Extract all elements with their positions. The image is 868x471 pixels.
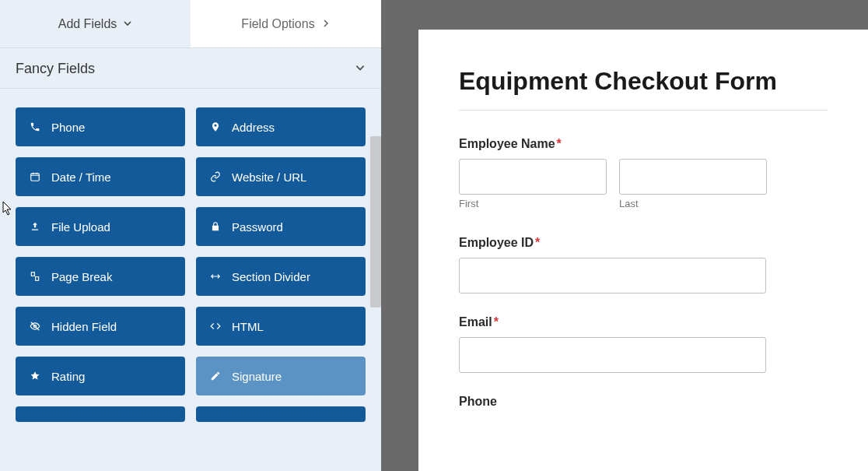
field-label: File Upload	[51, 220, 110, 234]
field-extra-1[interactable]	[16, 406, 185, 422]
field-label: Date / Time	[51, 170, 111, 184]
required-asterisk: *	[494, 315, 499, 329]
location-pin-icon	[208, 121, 222, 132]
section-title: Fancy Fields	[16, 61, 95, 77]
field-datetime[interactable]: Date / Time	[16, 157, 185, 196]
field-label: HTML	[232, 320, 264, 333]
tab-label: Field Options	[241, 17, 314, 31]
sidebar-scrollbar[interactable]	[370, 136, 381, 308]
field-html[interactable]: HTML	[196, 307, 366, 346]
field-password[interactable]: Password	[196, 207, 366, 246]
field-extra-2[interactable]	[196, 406, 366, 422]
field-label: Section Divider	[232, 270, 310, 283]
fields-grid: Phone Address Date / Time Website / URL …	[0, 107, 381, 422]
field-label: Signature	[232, 370, 282, 383]
field-label: Password	[232, 220, 283, 234]
employee-id-input[interactable]	[459, 258, 766, 293]
tab-field-options[interactable]: Field Options	[191, 0, 381, 47]
form-title: Equipment Checkout Form	[459, 67, 828, 96]
last-name-input[interactable]	[619, 159, 767, 195]
field-pagebreak[interactable]: Page Break	[16, 257, 185, 296]
first-name-col: First	[459, 159, 607, 209]
form-divider	[459, 110, 828, 111]
field-label: Page Break	[51, 270, 112, 283]
lock-icon	[208, 221, 222, 232]
label-employee-id: Employee ID*	[459, 236, 828, 250]
label-text: Employee Name	[459, 137, 555, 150]
first-name-input[interactable]	[459, 159, 607, 195]
field-label: Website / URL	[232, 170, 306, 184]
svg-rect-1	[31, 272, 34, 276]
label-text: Email	[459, 315, 492, 329]
phone-icon	[28, 121, 42, 132]
last-name-col: Last	[619, 159, 767, 209]
tab-label: Add Fields	[58, 17, 117, 31]
field-employee-id[interactable]: Employee ID*	[459, 236, 828, 293]
upload-icon	[28, 221, 42, 232]
email-input[interactable]	[459, 337, 766, 373]
field-label: Hidden Field	[51, 320, 117, 333]
field-employee-name[interactable]: Employee Name* First Last	[459, 137, 828, 209]
field-label: Rating	[51, 370, 85, 383]
label-text: Employee ID	[459, 236, 534, 249]
builder-sidebar: Add Fields Field Options Fancy Fields Ph…	[0, 0, 381, 471]
calendar-icon	[28, 171, 42, 182]
chevron-down-icon	[355, 62, 366, 76]
pencil-icon	[208, 371, 222, 381]
code-icon	[208, 321, 222, 332]
field-email[interactable]: Email*	[459, 315, 828, 373]
field-signature[interactable]: Signature	[196, 357, 366, 395]
label-text: Phone	[459, 395, 497, 408]
eye-slash-icon	[28, 321, 42, 332]
required-asterisk: *	[557, 137, 562, 150]
link-icon	[208, 171, 222, 182]
last-name-sublabel: Last	[619, 198, 767, 209]
label-email: Email*	[459, 315, 828, 329]
chevron-down-icon	[123, 17, 132, 31]
field-address[interactable]: Address	[196, 107, 366, 146]
field-rating[interactable]: Rating	[16, 357, 185, 395]
svg-rect-2	[36, 277, 39, 281]
divider-icon	[208, 271, 222, 282]
section-header-fancy-fields[interactable]: Fancy Fields	[0, 48, 381, 89]
field-label: Phone	[51, 121, 85, 134]
tab-add-fields[interactable]: Add Fields	[0, 0, 191, 47]
chevron-right-icon	[321, 17, 331, 31]
first-name-sublabel: First	[459, 198, 607, 209]
field-label: Address	[232, 121, 275, 134]
field-phone[interactable]: Phone	[16, 107, 185, 146]
required-asterisk: *	[535, 236, 540, 249]
field-sectiondivider[interactable]: Section Divider	[196, 257, 366, 296]
svg-rect-0	[31, 174, 40, 181]
star-icon	[28, 371, 42, 381]
name-inputs-row: First Last	[459, 159, 828, 209]
field-hiddenfield[interactable]: Hidden Field	[16, 307, 185, 346]
field-website[interactable]: Website / URL	[196, 157, 366, 196]
tab-bar: Add Fields Field Options	[0, 0, 381, 48]
label-employee-name: Employee Name*	[459, 137, 828, 151]
pagebreak-icon	[28, 271, 42, 282]
field-phone[interactable]: Phone	[459, 395, 828, 409]
label-phone: Phone	[459, 395, 828, 409]
field-fileupload[interactable]: File Upload	[16, 207, 185, 246]
form-preview: Equipment Checkout Form Employee Name* F…	[418, 30, 868, 471]
